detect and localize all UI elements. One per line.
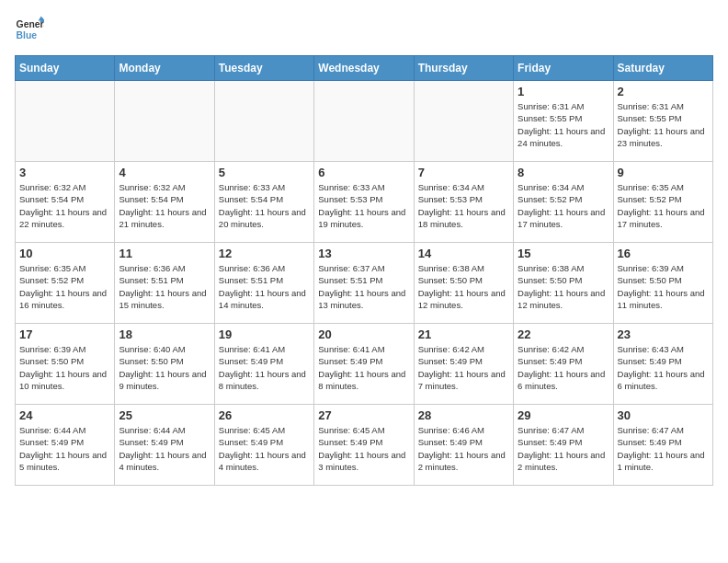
day-number: 1 <box>518 85 609 98</box>
calendar-day-cell: 6Sunrise: 6:33 AM Sunset: 5:53 PM Daylig… <box>314 162 414 243</box>
day-number: 17 <box>19 327 110 341</box>
day-info: Sunrise: 6:39 AM Sunset: 5:50 PM Dayligh… <box>19 343 110 392</box>
calendar-day-cell: 11Sunrise: 6:36 AM Sunset: 5:51 PM Dayli… <box>115 243 214 324</box>
calendar-day-cell: 14Sunrise: 6:38 AM Sunset: 5:50 PM Dayli… <box>414 243 513 324</box>
day-number: 6 <box>318 166 409 179</box>
day-info: Sunrise: 6:37 AM Sunset: 5:51 PM Dayligh… <box>318 262 409 311</box>
day-of-week-header: Thursday <box>414 56 513 81</box>
calendar-day-cell: 13Sunrise: 6:37 AM Sunset: 5:51 PM Dayli… <box>314 243 414 324</box>
day-info: Sunrise: 6:44 AM Sunset: 5:49 PM Dayligh… <box>19 424 110 473</box>
calendar-day-cell: 5Sunrise: 6:33 AM Sunset: 5:54 PM Daylig… <box>214 162 313 243</box>
day-of-week-header: Tuesday <box>214 56 313 81</box>
day-of-week-header: Saturday <box>613 56 712 81</box>
calendar-day-cell: 26Sunrise: 6:45 AM Sunset: 5:49 PM Dayli… <box>214 405 313 486</box>
day-of-week-header: Monday <box>115 56 214 81</box>
day-number: 12 <box>219 247 310 260</box>
day-number: 13 <box>318 247 409 260</box>
day-info: Sunrise: 6:32 AM Sunset: 5:54 PM Dayligh… <box>119 181 210 230</box>
calendar-week-row: 10Sunrise: 6:35 AM Sunset: 5:52 PM Dayli… <box>16 243 713 324</box>
calendar-day-cell: 18Sunrise: 6:40 AM Sunset: 5:50 PM Dayli… <box>115 324 214 405</box>
calendar-day-cell: 28Sunrise: 6:46 AM Sunset: 5:49 PM Dayli… <box>414 405 513 486</box>
day-info: Sunrise: 6:33 AM Sunset: 5:53 PM Dayligh… <box>318 181 409 230</box>
svg-text:Blue: Blue <box>17 30 38 40</box>
day-info: Sunrise: 6:42 AM Sunset: 5:49 PM Dayligh… <box>518 343 609 392</box>
day-number: 25 <box>119 408 210 422</box>
page-header: General Blue <box>15 15 713 44</box>
day-info: Sunrise: 6:38 AM Sunset: 5:50 PM Dayligh… <box>418 262 509 311</box>
day-number: 26 <box>219 408 310 422</box>
day-info: Sunrise: 6:35 AM Sunset: 5:52 PM Dayligh… <box>618 181 709 230</box>
day-number: 8 <box>518 166 609 179</box>
day-number: 19 <box>219 327 310 341</box>
calendar-day-cell: 30Sunrise: 6:47 AM Sunset: 5:49 PM Dayli… <box>613 405 712 486</box>
calendar-day-cell: 24Sunrise: 6:44 AM Sunset: 5:49 PM Dayli… <box>16 405 115 486</box>
calendar-day-cell: 29Sunrise: 6:47 AM Sunset: 5:49 PM Dayli… <box>514 405 613 486</box>
day-number: 4 <box>119 166 210 179</box>
day-info: Sunrise: 6:42 AM Sunset: 5:49 PM Dayligh… <box>418 343 509 392</box>
day-number: 9 <box>618 166 709 179</box>
day-number: 18 <box>119 327 210 341</box>
calendar-day-cell <box>16 81 115 162</box>
day-info: Sunrise: 6:32 AM Sunset: 5:54 PM Dayligh… <box>19 181 110 230</box>
day-info: Sunrise: 6:46 AM Sunset: 5:49 PM Dayligh… <box>418 424 509 473</box>
day-number: 14 <box>418 247 509 260</box>
calendar-day-cell: 19Sunrise: 6:41 AM Sunset: 5:49 PM Dayli… <box>214 324 313 405</box>
day-number: 2 <box>618 85 709 98</box>
day-info: Sunrise: 6:41 AM Sunset: 5:49 PM Dayligh… <box>219 343 310 392</box>
calendar-day-cell: 2Sunrise: 6:31 AM Sunset: 5:55 PM Daylig… <box>613 81 712 162</box>
day-info: Sunrise: 6:31 AM Sunset: 5:55 PM Dayligh… <box>518 100 609 149</box>
calendar-day-cell <box>314 81 414 162</box>
calendar-day-cell: 10Sunrise: 6:35 AM Sunset: 5:52 PM Dayli… <box>16 243 115 324</box>
day-number: 11 <box>119 247 210 260</box>
calendar-day-cell <box>214 81 313 162</box>
calendar-day-cell: 17Sunrise: 6:39 AM Sunset: 5:50 PM Dayli… <box>16 324 115 405</box>
day-info: Sunrise: 6:35 AM Sunset: 5:52 PM Dayligh… <box>19 262 110 311</box>
calendar-day-cell: 22Sunrise: 6:42 AM Sunset: 5:49 PM Dayli… <box>514 324 613 405</box>
day-info: Sunrise: 6:44 AM Sunset: 5:49 PM Dayligh… <box>119 424 210 473</box>
day-of-week-header: Wednesday <box>314 56 414 81</box>
day-info: Sunrise: 6:36 AM Sunset: 5:51 PM Dayligh… <box>119 262 210 311</box>
calendar-day-cell: 16Sunrise: 6:39 AM Sunset: 5:50 PM Dayli… <box>613 243 712 324</box>
day-number: 3 <box>19 166 110 179</box>
day-number: 10 <box>19 247 110 260</box>
day-info: Sunrise: 6:45 AM Sunset: 5:49 PM Dayligh… <box>219 424 310 473</box>
calendar-week-row: 17Sunrise: 6:39 AM Sunset: 5:50 PM Dayli… <box>16 324 713 405</box>
logo: General Blue <box>15 15 48 44</box>
day-info: Sunrise: 6:33 AM Sunset: 5:54 PM Dayligh… <box>219 181 310 230</box>
day-info: Sunrise: 6:36 AM Sunset: 5:51 PM Dayligh… <box>219 262 310 311</box>
calendar-day-cell: 25Sunrise: 6:44 AM Sunset: 5:49 PM Dayli… <box>115 405 214 486</box>
calendar-day-cell: 12Sunrise: 6:36 AM Sunset: 5:51 PM Dayli… <box>214 243 313 324</box>
calendar-header-row: SundayMondayTuesdayWednesdayThursdayFrid… <box>16 56 713 81</box>
day-info: Sunrise: 6:39 AM Sunset: 5:50 PM Dayligh… <box>618 262 709 311</box>
day-info: Sunrise: 6:34 AM Sunset: 5:52 PM Dayligh… <box>518 181 609 230</box>
day-number: 22 <box>518 327 609 341</box>
day-info: Sunrise: 6:34 AM Sunset: 5:53 PM Dayligh… <box>418 181 509 230</box>
day-info: Sunrise: 6:38 AM Sunset: 5:50 PM Dayligh… <box>518 262 609 311</box>
day-number: 7 <box>418 166 509 179</box>
calendar-day-cell: 3Sunrise: 6:32 AM Sunset: 5:54 PM Daylig… <box>16 162 115 243</box>
logo-icon: General Blue <box>15 15 44 44</box>
calendar-day-cell <box>115 81 214 162</box>
day-number: 27 <box>318 408 409 422</box>
calendar-day-cell <box>414 81 513 162</box>
day-info: Sunrise: 6:47 AM Sunset: 5:49 PM Dayligh… <box>618 424 709 473</box>
day-number: 30 <box>618 408 709 422</box>
day-number: 16 <box>618 247 709 260</box>
day-info: Sunrise: 6:41 AM Sunset: 5:49 PM Dayligh… <box>318 343 409 392</box>
svg-text:General: General <box>17 19 44 29</box>
day-number: 5 <box>219 166 310 179</box>
day-info: Sunrise: 6:47 AM Sunset: 5:49 PM Dayligh… <box>518 424 609 473</box>
calendar-day-cell: 15Sunrise: 6:38 AM Sunset: 5:50 PM Dayli… <box>514 243 613 324</box>
day-number: 21 <box>418 327 509 341</box>
calendar-day-cell: 1Sunrise: 6:31 AM Sunset: 5:55 PM Daylig… <box>514 81 613 162</box>
calendar-week-row: 24Sunrise: 6:44 AM Sunset: 5:49 PM Dayli… <box>16 405 713 486</box>
calendar-day-cell: 27Sunrise: 6:45 AM Sunset: 5:49 PM Dayli… <box>314 405 414 486</box>
day-number: 23 <box>618 327 709 341</box>
day-of-week-header: Friday <box>514 56 613 81</box>
calendar-week-row: 1Sunrise: 6:31 AM Sunset: 5:55 PM Daylig… <box>16 81 713 162</box>
day-info: Sunrise: 6:45 AM Sunset: 5:49 PM Dayligh… <box>318 424 409 473</box>
day-info: Sunrise: 6:40 AM Sunset: 5:50 PM Dayligh… <box>119 343 210 392</box>
day-number: 15 <box>518 247 609 260</box>
calendar-day-cell: 9Sunrise: 6:35 AM Sunset: 5:52 PM Daylig… <box>613 162 712 243</box>
day-number: 28 <box>418 408 509 422</box>
